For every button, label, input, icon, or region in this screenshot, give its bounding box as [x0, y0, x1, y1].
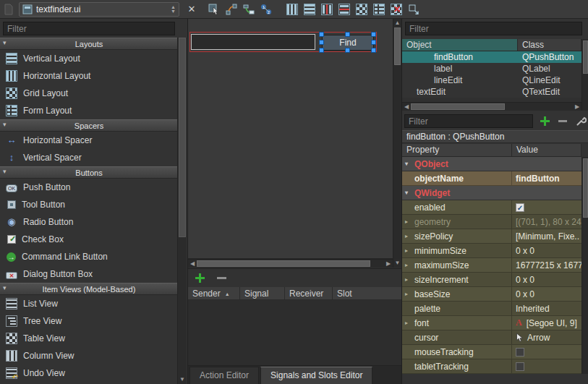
document-tab[interactable]: textfinder.ui ▲▼	[19, 2, 179, 17]
layout-vertically-button[interactable]	[302, 2, 317, 17]
column-header-slot[interactable]: Slot	[333, 287, 401, 299]
selection-handle[interactable]	[345, 32, 350, 37]
object-row-textedit[interactable]: textEdit QTextEdit	[402, 86, 581, 98]
property-row-basesize[interactable]: ▸ baseSize 0 x 0	[402, 287, 581, 302]
configure-button[interactable]	[576, 116, 587, 127]
expand-arrow-icon[interactable]: ▾	[405, 189, 414, 196]
column-header-signal[interactable]: Signal	[240, 287, 285, 299]
selection-handle[interactable]	[345, 48, 350, 53]
scrollbar-thumb[interactable]	[394, 27, 401, 65]
edit-tab-order-button[interactable]: 1 2	[259, 2, 273, 17]
scroll-up-arrow[interactable]: ▲	[393, 19, 401, 27]
widget-item-list-view[interactable]: List View	[0, 295, 178, 312]
property-editor-vscrollbar[interactable]	[581, 157, 588, 374]
add-connection-button[interactable]	[195, 273, 205, 283]
property-row-cursor[interactable]: cursor Arrow	[402, 330, 581, 345]
remove-dynamic-property-button[interactable]	[558, 120, 567, 122]
layout-horizontally-button[interactable]	[285, 2, 299, 17]
widget-box-filter-input[interactable]	[3, 22, 175, 35]
adjust-size-button[interactable]	[406, 2, 421, 17]
property-row-font[interactable]: ▸ font A [Segoe UI, 9]	[402, 316, 581, 330]
widget-item-horizontal-spacer[interactable]: Horizontal Spacer	[0, 132, 178, 149]
checkbox-checked-icon[interactable]: ✓	[516, 203, 524, 212]
property-value[interactable]: 16777215 x 1677..	[512, 258, 581, 272]
object-row-label[interactable]: label QLabel	[402, 63, 581, 74]
property-row-sizeincrement[interactable]: ▸ sizeIncrement 0 x 0	[402, 273, 581, 287]
widget-item-tool-button[interactable]: Tool Button	[0, 196, 178, 213]
column-header-object[interactable]: Object	[402, 39, 518, 51]
scrollbar-thumb[interactable]	[583, 158, 588, 218]
widget-item-radio-button[interactable]: Radio Button	[0, 213, 178, 231]
selection-handle[interactable]	[371, 48, 376, 53]
property-row-objectname[interactable]: objectName findButton	[402, 171, 581, 186]
property-value[interactable]: 0 x 0	[512, 273, 581, 286]
selection-handle[interactable]	[319, 40, 324, 45]
column-header-sender[interactable]: Sender ▲	[188, 287, 240, 299]
edit-buddies-button[interactable]	[242, 2, 256, 17]
object-inspector-vscrollbar[interactable]	[581, 39, 588, 111]
property-value[interactable]: 0 x 0	[512, 244, 581, 257]
scroll-left-arrow[interactable]: ◀	[402, 103, 411, 111]
property-row-enabled[interactable]: enabled ✓	[402, 200, 581, 215]
property-row-maximumsize[interactable]: ▸ maximumSize 16777215 x 1677..	[402, 258, 581, 273]
scrollbar-thumb[interactable]	[197, 260, 370, 267]
close-document-button[interactable]: ✕	[185, 3, 198, 16]
column-header-property[interactable]: Property	[402, 144, 512, 156]
spin-down-icon[interactable]: ▼	[171, 9, 176, 14]
scrollbar-thumb[interactable]	[583, 40, 588, 74]
column-header-value[interactable]: Value	[512, 144, 581, 156]
form-vertical-scrollbar[interactable]: ▲ ▼	[393, 19, 401, 268]
property-row-sizepolicy[interactable]: ▸ sizePolicy [Minimum, Fixe..	[402, 229, 581, 244]
expand-arrow-icon[interactable]: ▸	[405, 218, 414, 225]
selection-handle[interactable]	[319, 32, 324, 37]
property-value[interactable]: [Minimum, Fixe..	[512, 229, 581, 243]
property-group-qobject[interactable]: ▾ QObject	[402, 157, 581, 171]
object-inspector-hscrollbar[interactable]: ◀ ▶	[402, 102, 581, 111]
scrollbar-thumb[interactable]	[411, 103, 505, 110]
scroll-right-arrow[interactable]: ▶	[384, 260, 393, 268]
layout-horizontal-splitter-button[interactable]	[320, 2, 334, 17]
widget-item-grid-layout[interactable]: Grid Layout	[0, 85, 178, 102]
expand-arrow-icon[interactable]: ▸	[405, 262, 414, 268]
widget-item-check-box[interactable]: Check Box	[0, 231, 178, 248]
scroll-left-arrow[interactable]: ◀	[188, 260, 197, 268]
expand-arrow-icon[interactable]: ▸	[405, 320, 414, 326]
category-buttons[interactable]: ▾ Buttons	[0, 166, 178, 179]
layout-grid-button[interactable]	[354, 2, 369, 17]
remove-connection-button[interactable]	[217, 277, 226, 279]
checkbox-unchecked-icon[interactable]	[516, 362, 524, 371]
widget-item-push-button[interactable]: Push Button	[0, 179, 178, 196]
break-layout-button[interactable]	[389, 2, 404, 17]
selection-handle[interactable]	[319, 48, 324, 53]
layout-form-button[interactable]	[372, 2, 386, 17]
widget-item-form-layout[interactable]: Form Layout	[0, 102, 178, 119]
form-horizontal-scrollbar[interactable]: ◀ ▶	[188, 259, 393, 268]
property-row-mousetracking[interactable]: mouseTracking	[402, 345, 581, 359]
widget-item-column-view[interactable]: Column View	[0, 347, 178, 364]
add-dynamic-property-button[interactable]	[540, 116, 550, 126]
property-group-qwidget[interactable]: ▾ QWidget	[402, 186, 581, 200]
property-row-palette[interactable]: palette Inherited	[402, 302, 581, 316]
tab-action-editor[interactable]: Action Editor	[189, 367, 259, 384]
expand-arrow-icon[interactable]: ▸	[405, 276, 414, 283]
property-row-geometry[interactable]: ▸ geometry [(701, 1), 80 x 24]	[402, 215, 581, 229]
widget-item-vertical-layout[interactable]: Vertical Layout	[0, 50, 178, 67]
expand-arrow-icon[interactable]: ▾	[405, 161, 414, 167]
category-item-views[interactable]: ▾ Item Views (Model-Based)	[0, 283, 178, 295]
layout-vertical-splitter-button[interactable]	[337, 2, 351, 17]
category-spacers[interactable]: ▾ Spacers	[0, 119, 178, 132]
property-row-minimumsize[interactable]: ▸ minimumSize 0 x 0	[402, 244, 581, 258]
column-header-receiver[interactable]: Receiver	[285, 287, 333, 299]
widget-item-horizontal-layout[interactable]: Horizontal Layout	[0, 67, 178, 85]
lineedit-widget[interactable]	[191, 34, 315, 50]
property-value[interactable]: findButton	[512, 171, 581, 185]
object-row-lineedit[interactable]: lineEdit QLineEdit	[402, 74, 581, 86]
edit-widgets-button[interactable]	[207, 2, 221, 17]
widget-item-vertical-spacer[interactable]: Vertical Spacer	[0, 149, 178, 166]
widget-item-tree-view[interactable]: Tree View	[0, 312, 178, 330]
edit-signals-slots-button[interactable]	[224, 2, 239, 17]
checkbox-unchecked-icon[interactable]	[516, 348, 524, 357]
tab-signals-slots-editor[interactable]: Signals and Slots Editor	[260, 367, 372, 384]
scrollbar-thumb[interactable]	[179, 38, 186, 237]
expand-arrow-icon[interactable]: ▸	[405, 291, 414, 297]
